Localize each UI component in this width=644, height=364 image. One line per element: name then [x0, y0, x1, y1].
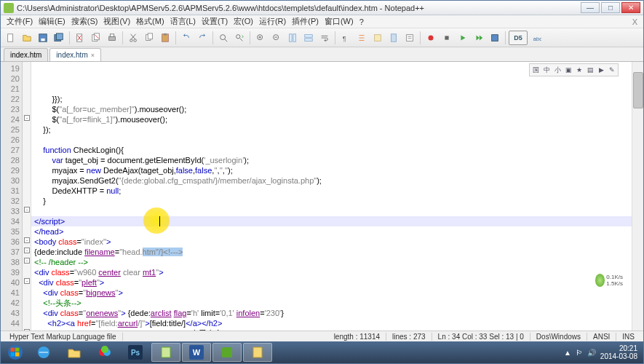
svg-line-16: [131, 33, 135, 39]
svg-point-23: [236, 34, 240, 38]
vertical-scrollbar[interactable]: [632, 62, 643, 331]
mini-btn-1[interactable]: 国: [530, 65, 541, 75]
new-file-button[interactable]: [4, 31, 18, 45]
status-position: Ln : 34 Col : 33 Sel : 13 | 0: [432, 333, 530, 341]
svg-rect-32: [305, 38, 313, 41]
minimize-button[interactable]: —: [581, 2, 600, 13]
record-macro-button[interactable]: [424, 31, 438, 45]
sync-h-button[interactable]: [301, 31, 316, 45]
tab-close-icon[interactable]: ×: [91, 52, 95, 59]
start-button[interactable]: [2, 342, 28, 363]
undo-button[interactable]: [179, 31, 194, 45]
svg-rect-37: [375, 34, 381, 41]
mini-btn-2[interactable]: 中: [541, 65, 552, 75]
code-area[interactable]: 国 中 小 ▣ ★ ▤ ▶ ✎ }}); $("a[_for=uc_member…: [31, 62, 632, 331]
spell-button[interactable]: abc: [529, 31, 544, 45]
paste-button[interactable]: [158, 31, 172, 45]
find-button[interactable]: [216, 31, 231, 45]
menu-settings[interactable]: 设置(T): [199, 15, 231, 28]
menu-search[interactable]: 搜索(S): [68, 15, 101, 28]
svg-rect-50: [15, 352, 20, 357]
svg-rect-38: [391, 33, 397, 41]
close-button[interactable]: ✕: [621, 2, 640, 13]
mdi-close-button[interactable]: X: [629, 17, 640, 26]
svg-point-42: [429, 35, 434, 40]
close-all-button[interactable]: [89, 31, 103, 45]
redo-button[interactable]: [195, 31, 210, 45]
zoom-out-button[interactable]: [269, 31, 284, 45]
taskbar-app-2[interactable]: [212, 343, 242, 362]
taskbar-app-1[interactable]: [90, 343, 119, 362]
svg-rect-12: [110, 33, 114, 36]
svg-rect-0: [8, 33, 13, 41]
copy-button[interactable]: [142, 31, 156, 45]
save-all-button[interactable]: [52, 31, 66, 45]
wrap-button[interactable]: [317, 31, 332, 45]
menu-view[interactable]: 视图(V): [100, 15, 133, 28]
scrollbar-thumb[interactable]: [633, 72, 643, 108]
tab-index-htm-1[interactable]: index.htm: [4, 48, 48, 61]
svg-rect-31: [305, 34, 313, 37]
mini-btn-6[interactable]: ▤: [585, 65, 595, 75]
fold-gutter[interactable]: --------: [23, 62, 31, 331]
print-button[interactable]: [105, 31, 119, 45]
cut-button[interactable]: [126, 31, 140, 45]
tab-index-htm-2[interactable]: index.htm ×: [49, 48, 101, 61]
network-speed-widget[interactable]: 0.1K/s 1.5K/s: [594, 270, 623, 290]
func-list-button[interactable]: [402, 31, 417, 45]
svg-rect-47: [11, 348, 15, 352]
menu-format[interactable]: 格式(M): [133, 15, 167, 28]
doc-map-button[interactable]: [386, 31, 401, 45]
mini-btn-4[interactable]: ▣: [563, 65, 573, 75]
svg-rect-2: [41, 38, 44, 41]
compare-button[interactable]: D5: [509, 31, 528, 45]
zoom-in-button[interactable]: [253, 31, 268, 45]
mini-btn-3[interactable]: 小: [552, 65, 562, 75]
menu-help[interactable]: ?: [357, 16, 367, 28]
maximize-button[interactable]: □: [601, 2, 620, 13]
close-file-button[interactable]: [73, 31, 87, 45]
menu-language[interactable]: 语言(L): [167, 15, 199, 28]
play-multi-button[interactable]: [472, 31, 486, 45]
svg-point-54: [101, 346, 108, 353]
mini-btn-8[interactable]: ✎: [607, 65, 617, 75]
sync-v-button[interactable]: [285, 31, 300, 45]
net-down: 1.5K/s: [606, 280, 623, 287]
mini-btn-5[interactable]: ★: [574, 65, 584, 75]
replace-button[interactable]: [232, 31, 247, 45]
taskbar-app-3[interactable]: [243, 343, 272, 362]
show-all-chars-button[interactable]: ¶: [338, 31, 353, 45]
mini-btn-7[interactable]: ▶: [596, 65, 606, 75]
stop-macro-button[interactable]: [440, 31, 454, 45]
taskbar: Ps W ▲ 🏳 🔊 20:21 2014-03-08: [1, 341, 643, 363]
tray-action-center-icon[interactable]: 🏳: [576, 349, 583, 357]
taskbar-ie[interactable]: [29, 343, 58, 362]
menu-file[interactable]: 文件(F): [4, 15, 36, 28]
taskbar-explorer[interactable]: [60, 343, 89, 362]
toolbar: ¶ D5 abc: [1, 28, 643, 47]
user-lang-button[interactable]: [370, 31, 385, 45]
tray-sound-icon[interactable]: 🔊: [587, 349, 596, 357]
line-number-gutter: 1920212223242526272829303132333435363738…: [1, 62, 23, 331]
save-button[interactable]: [36, 31, 50, 45]
svg-point-13: [130, 39, 133, 41]
menu-macro[interactable]: 宏(O): [231, 15, 256, 28]
taskbar-word[interactable]: W: [182, 343, 211, 362]
tray-flag-icon[interactable]: ▲: [564, 349, 571, 357]
svg-rect-49: [11, 352, 15, 357]
menu-window[interactable]: 窗口(W): [322, 15, 357, 28]
menu-edit[interactable]: 编辑(E): [36, 15, 68, 28]
indent-guide-button[interactable]: [354, 31, 369, 45]
taskbar-notepadpp[interactable]: [151, 343, 180, 362]
status-insert-mode: INS: [616, 333, 640, 341]
menu-plugins[interactable]: 插件(P): [289, 15, 322, 28]
save-macro-button[interactable]: [488, 31, 502, 45]
editor-area: 1920212223242526272829303132333435363738…: [1, 62, 643, 331]
taskbar-photoshop[interactable]: Ps: [121, 343, 150, 362]
open-file-button[interactable]: [20, 31, 34, 45]
system-tray[interactable]: ▲ 🏳 🔊 20:21 2014-03-08: [564, 344, 642, 360]
menu-run[interactable]: 运行(R): [256, 15, 289, 28]
play-macro-button[interactable]: [456, 31, 470, 45]
tray-clock[interactable]: 20:21 2014-03-08: [600, 344, 637, 360]
doc-mini-toolbar: 国 中 小 ▣ ★ ▤ ▶ ✎: [529, 63, 619, 76]
